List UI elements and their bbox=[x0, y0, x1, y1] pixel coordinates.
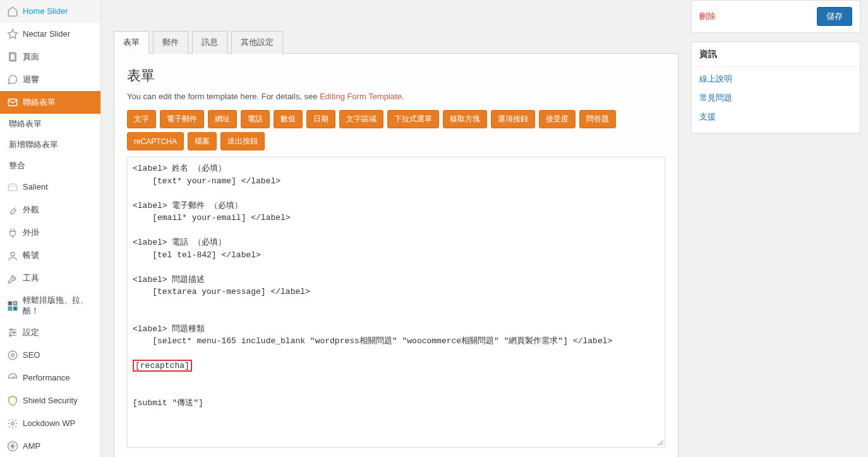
sidebar-item-label: 整合 bbox=[9, 161, 25, 171]
sidebar-item-label: 外掛 bbox=[23, 228, 39, 238]
right-column: 刪除 儲存 資訊 線上說明常見問題支援 bbox=[691, 0, 868, 457]
sidebar-item-comments[interactable]: 迴響 bbox=[0, 68, 100, 91]
tag-button-row: 文字電子郵件網址電話數值日期文字區域下拉式選單核取方塊選項按鈕接受度問答題reC… bbox=[127, 110, 665, 150]
svg-marker-0 bbox=[8, 30, 18, 39]
tab-additional[interactable]: 其他設定 bbox=[231, 31, 283, 54]
sidebar-item-performance[interactable]: Performance bbox=[0, 367, 100, 389]
sidebar-item-label: Shield Security bbox=[23, 396, 78, 406]
info-box: 資訊 線上說明常見問題支援 bbox=[691, 42, 860, 133]
info-link-0[interactable]: 線上說明 bbox=[692, 70, 860, 88]
tag-button-12[interactable]: reCAPTCHA bbox=[127, 132, 184, 150]
sidebar-item-label: 設定 bbox=[23, 327, 39, 338]
svg-point-19 bbox=[11, 422, 15, 425]
sliders-icon bbox=[6, 326, 19, 339]
sidebar-item-appearance[interactable]: 外觀 bbox=[0, 199, 100, 222]
sidebar-item-label: 迴響 bbox=[23, 75, 39, 85]
sidebar-item-settings[interactable]: 設定 bbox=[0, 321, 100, 344]
sidebar-item-label: Nectar Slider bbox=[23, 29, 70, 40]
form-template-textarea[interactable]: <label> 姓名 （必填） [text* your-name] </labe… bbox=[127, 157, 665, 448]
brush-icon bbox=[6, 204, 19, 217]
tag-button-4[interactable]: 數值 bbox=[274, 110, 303, 128]
tag-button-0[interactable]: 文字 bbox=[127, 110, 156, 128]
home-icon bbox=[6, 5, 19, 18]
svg-marker-21 bbox=[11, 444, 15, 449]
tag-button-11[interactable]: 問答題 bbox=[579, 110, 616, 128]
sidebar-item-label: Home Slider bbox=[23, 6, 68, 17]
sidebar-item-tools[interactable]: 工具 bbox=[0, 267, 100, 290]
tag-button-7[interactable]: 下拉式選單 bbox=[387, 110, 439, 128]
sidebar-item-home-slider[interactable]: Home Slider bbox=[0, 0, 100, 23]
salient-icon bbox=[6, 181, 19, 194]
info-box-title: 資訊 bbox=[692, 42, 860, 67]
sidebar-sub-contact-forms[interactable]: 聯絡表單 bbox=[0, 114, 100, 135]
sidebar-item-contact-form[interactable]: 聯絡表單 bbox=[0, 91, 100, 114]
svg-point-16 bbox=[11, 354, 15, 357]
sidebar-item-label: 頁面 bbox=[23, 52, 39, 63]
sidebar-item-pages[interactable]: 頁面 bbox=[0, 46, 100, 68]
svg-rect-6 bbox=[8, 302, 11, 305]
tab-messages[interactable]: 訊息 bbox=[192, 31, 227, 54]
save-button[interactable]: 儲存 bbox=[817, 7, 852, 26]
tag-button-8[interactable]: 核取方塊 bbox=[443, 110, 487, 128]
form-panel: 表單 You can edit the form template here. … bbox=[114, 53, 678, 457]
svg-rect-7 bbox=[14, 302, 17, 305]
gauge-icon bbox=[6, 372, 19, 384]
layout-icon bbox=[6, 300, 19, 312]
sidebar-item-shield[interactable]: Shield Security bbox=[0, 389, 100, 412]
page-icon bbox=[6, 51, 19, 63]
sidebar-item-label: Salient bbox=[23, 182, 48, 193]
star-icon bbox=[6, 28, 19, 40]
sidebar-item-label: 輕鬆排版拖、拉、酷！ bbox=[23, 295, 95, 317]
sidebar-item-label: Lockdown WP bbox=[23, 418, 75, 429]
sidebar-item-label: 新增聯絡表單 bbox=[9, 140, 58, 150]
sidebar-item-label: Performance bbox=[23, 373, 69, 384]
sidebar-sub-integration[interactable]: 整合 bbox=[0, 155, 100, 176]
sidebar-item-lockdown[interactable]: Lockdown WP bbox=[0, 412, 100, 435]
sidebar-item-label: 工具 bbox=[23, 273, 39, 284]
tab-mail[interactable]: 郵件 bbox=[153, 31, 188, 54]
sidebar-item-label: SEO bbox=[23, 350, 40, 361]
info-link-1[interactable]: 常見問題 bbox=[692, 88, 860, 107]
tag-button-10[interactable]: 接受度 bbox=[539, 110, 576, 128]
sidebar-item-plugins[interactable]: 外掛 bbox=[0, 222, 100, 245]
tag-button-1[interactable]: 電子郵件 bbox=[160, 110, 204, 128]
svg-rect-4 bbox=[8, 186, 17, 191]
amp-icon bbox=[6, 440, 19, 453]
svg-point-5 bbox=[11, 252, 15, 256]
form-tabs: 表單 郵件 訊息 其他設定 bbox=[114, 31, 678, 54]
sidebar-item-label: 外觀 bbox=[23, 205, 39, 216]
seo-icon bbox=[6, 349, 19, 362]
sidebar-sub-add-new[interactable]: 新增聯絡表單 bbox=[0, 135, 100, 155]
shield-icon bbox=[6, 394, 19, 407]
editing-template-link[interactable]: Editing Form Template bbox=[320, 92, 402, 101]
plug-icon bbox=[6, 227, 19, 240]
tag-button-5[interactable]: 日期 bbox=[306, 110, 335, 128]
tag-button-2[interactable]: 網址 bbox=[208, 110, 237, 128]
delete-link[interactable]: 刪除 bbox=[699, 11, 716, 22]
wrench-icon bbox=[6, 272, 19, 285]
sidebar-item-salient[interactable]: Salient bbox=[0, 176, 100, 199]
panel-title: 表單 bbox=[127, 66, 665, 85]
sidebar-item-easylayout[interactable]: 輕鬆排版拖、拉、酷！ bbox=[0, 290, 100, 322]
main-content: 表單 郵件 訊息 其他設定 表單 You can edit the form t… bbox=[101, 0, 691, 457]
tab-form[interactable]: 表單 bbox=[114, 31, 149, 54]
admin-sidebar: Home Slider Nectar Slider 頁面 迴響 聯絡表單 聯絡表… bbox=[0, 0, 101, 457]
sidebar-item-label: 帳號 bbox=[23, 250, 39, 261]
sidebar-item-nectar-slider[interactable]: Nectar Slider bbox=[0, 23, 100, 46]
sidebar-item-seo[interactable]: SEO bbox=[0, 344, 100, 367]
tag-button-14[interactable]: 送出按鈕 bbox=[220, 132, 265, 150]
tag-button-6[interactable]: 文字區域 bbox=[339, 110, 383, 128]
actions-box: 刪除 儲存 bbox=[691, 0, 860, 33]
tag-button-9[interactable]: 選項按鈕 bbox=[491, 110, 535, 128]
gear-icon bbox=[6, 417, 19, 430]
tag-button-13[interactable]: 檔案 bbox=[188, 132, 217, 150]
comment-icon bbox=[6, 73, 19, 86]
svg-rect-8 bbox=[8, 307, 11, 310]
sidebar-item-amp[interactable]: AMP bbox=[0, 435, 100, 457]
info-link-2[interactable]: 支援 bbox=[692, 107, 860, 126]
tag-button-3[interactable]: 電話 bbox=[241, 110, 270, 128]
svg-rect-9 bbox=[14, 307, 17, 310]
sidebar-item-label: 聯絡表單 bbox=[9, 119, 42, 130]
user-icon bbox=[6, 250, 19, 262]
sidebar-item-users[interactable]: 帳號 bbox=[0, 245, 100, 267]
